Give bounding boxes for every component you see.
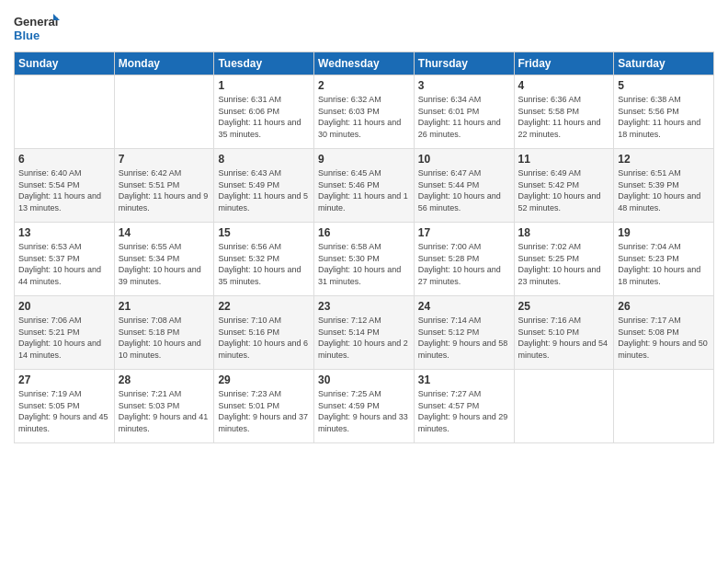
calendar-cell: 13Sunrise: 6:53 AMSunset: 5:37 PMDayligh… [15, 223, 115, 296]
day-number: 18 [518, 226, 610, 239]
calendar-cell: 11Sunrise: 6:49 AMSunset: 5:42 PMDayligh… [514, 149, 614, 223]
day-detail: Sunrise: 6:42 AMSunset: 5:51 PMDaylight:… [119, 167, 210, 213]
svg-text:Blue: Blue [14, 29, 40, 42]
calendar-cell: 4Sunrise: 6:36 AMSunset: 5:58 PMDaylight… [514, 75, 614, 149]
calendar-cell: 6Sunrise: 6:40 AMSunset: 5:54 PMDaylight… [15, 149, 115, 223]
day-number: 27 [18, 373, 110, 386]
day-number: 19 [618, 226, 710, 239]
calendar-cell: 26Sunrise: 7:17 AMSunset: 5:08 PMDayligh… [614, 296, 714, 370]
day-detail: Sunrise: 6:58 AMSunset: 5:30 PMDaylight:… [318, 241, 410, 287]
calendar-cell: 7Sunrise: 6:42 AMSunset: 5:51 PMDaylight… [114, 149, 214, 223]
day-number: 2 [318, 79, 410, 92]
day-number: 30 [318, 373, 410, 386]
day-number: 13 [18, 226, 110, 239]
week-row-2: 6Sunrise: 6:40 AMSunset: 5:54 PMDaylight… [15, 149, 714, 223]
logo-svg: General Blue [14, 9, 60, 46]
day-number: 9 [318, 153, 410, 166]
day-detail: Sunrise: 7:16 AMSunset: 5:10 PMDaylight:… [518, 315, 610, 361]
week-row-5: 27Sunrise: 7:19 AMSunset: 5:05 PMDayligh… [15, 370, 714, 443]
day-number: 1 [218, 79, 310, 92]
calendar-cell: 3Sunrise: 6:34 AMSunset: 6:01 PMDaylight… [414, 75, 514, 149]
day-number: 11 [518, 153, 610, 166]
calendar-cell [514, 370, 614, 443]
day-number: 20 [18, 300, 110, 313]
calendar-cell: 1Sunrise: 6:31 AMSunset: 6:06 PMDaylight… [214, 75, 314, 149]
calendar-cell [614, 370, 714, 443]
calendar-cell [15, 75, 115, 149]
day-number: 24 [418, 300, 510, 313]
day-number: 31 [418, 373, 510, 386]
day-detail: Sunrise: 7:12 AMSunset: 5:14 PMDaylight:… [318, 315, 410, 361]
week-row-3: 13Sunrise: 6:53 AMSunset: 5:37 PMDayligh… [15, 223, 714, 296]
weekday-header-wednesday: Wednesday [314, 52, 415, 75]
calendar-cell: 5Sunrise: 6:38 AMSunset: 5:56 PMDaylight… [614, 75, 714, 149]
calendar-cell: 29Sunrise: 7:23 AMSunset: 5:01 PMDayligh… [214, 370, 314, 443]
day-detail: Sunrise: 6:38 AMSunset: 5:56 PMDaylight:… [618, 94, 710, 140]
day-detail: Sunrise: 6:31 AMSunset: 6:06 PMDaylight:… [218, 94, 310, 140]
weekday-header-friday: Friday [514, 52, 614, 75]
day-detail: Sunrise: 7:00 AMSunset: 5:28 PMDaylight:… [418, 241, 510, 287]
day-number: 16 [318, 226, 410, 239]
day-detail: Sunrise: 6:40 AMSunset: 5:54 PMDaylight:… [18, 167, 110, 213]
calendar-cell: 19Sunrise: 7:04 AMSunset: 5:23 PMDayligh… [614, 223, 714, 296]
day-detail: Sunrise: 7:21 AMSunset: 5:03 PMDaylight:… [119, 388, 210, 434]
day-number: 21 [119, 300, 210, 313]
calendar-cell: 24Sunrise: 7:14 AMSunset: 5:12 PMDayligh… [414, 296, 514, 370]
day-detail: Sunrise: 7:04 AMSunset: 5:23 PMDaylight:… [618, 241, 710, 287]
day-number: 4 [518, 79, 610, 92]
calendar-cell: 23Sunrise: 7:12 AMSunset: 5:14 PMDayligh… [314, 296, 415, 370]
day-detail: Sunrise: 6:56 AMSunset: 5:32 PMDaylight:… [218, 241, 310, 287]
weekday-header-monday: Monday [114, 52, 214, 75]
day-number: 10 [418, 153, 510, 166]
day-number: 6 [18, 153, 110, 166]
header: General Blue [14, 9, 714, 46]
calendar-cell: 20Sunrise: 7:06 AMSunset: 5:21 PMDayligh… [15, 296, 115, 370]
calendar-cell: 22Sunrise: 7:10 AMSunset: 5:16 PMDayligh… [214, 296, 314, 370]
day-detail: Sunrise: 7:27 AMSunset: 4:57 PMDaylight:… [418, 388, 510, 434]
weekday-header-sunday: Sunday [15, 52, 115, 75]
weekday-header-saturday: Saturday [614, 52, 714, 75]
calendar-cell [114, 75, 214, 149]
day-detail: Sunrise: 7:23 AMSunset: 5:01 PMDaylight:… [218, 388, 310, 434]
day-number: 22 [218, 300, 310, 313]
calendar-table: SundayMondayTuesdayWednesdayThursdayFrid… [14, 52, 714, 443]
calendar-cell: 18Sunrise: 7:02 AMSunset: 5:25 PMDayligh… [514, 223, 614, 296]
calendar-cell: 17Sunrise: 7:00 AMSunset: 5:28 PMDayligh… [414, 223, 514, 296]
day-number: 15 [218, 226, 310, 239]
day-detail: Sunrise: 6:34 AMSunset: 6:01 PMDaylight:… [418, 94, 510, 140]
calendar-cell: 9Sunrise: 6:45 AMSunset: 5:46 PMDaylight… [314, 149, 415, 223]
calendar-cell: 16Sunrise: 6:58 AMSunset: 5:30 PMDayligh… [314, 223, 415, 296]
day-detail: Sunrise: 6:47 AMSunset: 5:44 PMDaylight:… [418, 167, 510, 213]
day-number: 12 [618, 153, 710, 166]
day-number: 29 [218, 373, 310, 386]
day-number: 23 [318, 300, 410, 313]
calendar-cell: 31Sunrise: 7:27 AMSunset: 4:57 PMDayligh… [414, 370, 514, 443]
day-detail: Sunrise: 7:14 AMSunset: 5:12 PMDaylight:… [418, 315, 510, 361]
day-detail: Sunrise: 6:49 AMSunset: 5:42 PMDaylight:… [518, 167, 610, 213]
day-detail: Sunrise: 6:43 AMSunset: 5:49 PMDaylight:… [218, 167, 310, 213]
calendar-cell: 15Sunrise: 6:56 AMSunset: 5:32 PMDayligh… [214, 223, 314, 296]
week-row-4: 20Sunrise: 7:06 AMSunset: 5:21 PMDayligh… [15, 296, 714, 370]
day-detail: Sunrise: 7:08 AMSunset: 5:18 PMDaylight:… [119, 315, 210, 361]
calendar-container: General Blue SundayMondayTuesdayWednesda… [0, 0, 728, 453]
calendar-cell: 28Sunrise: 7:21 AMSunset: 5:03 PMDayligh… [114, 370, 214, 443]
day-number: 7 [119, 153, 210, 166]
weekday-header-thursday: Thursday [414, 52, 514, 75]
day-number: 26 [618, 300, 710, 313]
calendar-cell: 25Sunrise: 7:16 AMSunset: 5:10 PMDayligh… [514, 296, 614, 370]
day-detail: Sunrise: 7:17 AMSunset: 5:08 PMDaylight:… [618, 315, 710, 361]
calendar-cell: 14Sunrise: 6:55 AMSunset: 5:34 PMDayligh… [114, 223, 214, 296]
logo: General Blue [14, 9, 60, 46]
week-row-1: 1Sunrise: 6:31 AMSunset: 6:06 PMDaylight… [15, 75, 714, 149]
day-number: 5 [618, 79, 710, 92]
day-number: 17 [418, 226, 510, 239]
day-number: 14 [119, 226, 210, 239]
day-number: 3 [418, 79, 510, 92]
svg-text:General: General [14, 15, 58, 29]
day-detail: Sunrise: 6:32 AMSunset: 6:03 PMDaylight:… [318, 94, 410, 140]
day-detail: Sunrise: 7:02 AMSunset: 5:25 PMDaylight:… [518, 241, 610, 287]
day-number: 25 [518, 300, 610, 313]
day-detail: Sunrise: 7:19 AMSunset: 5:05 PMDaylight:… [18, 388, 110, 434]
day-detail: Sunrise: 6:36 AMSunset: 5:58 PMDaylight:… [518, 94, 610, 140]
day-number: 28 [119, 373, 210, 386]
